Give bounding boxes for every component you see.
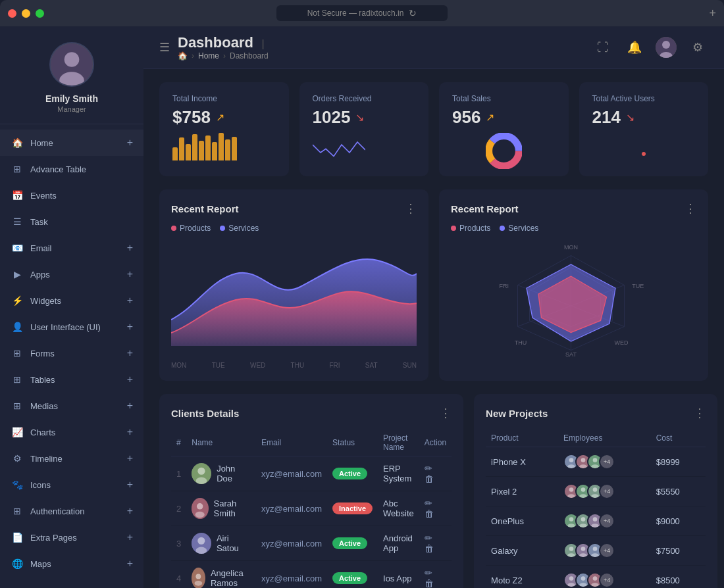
svg-point-79 — [579, 583, 587, 587]
nav-plus-user-interface[interactable]: + — [127, 321, 133, 333]
edit-icon[interactable]: ✏ — [425, 533, 432, 543]
hamburger-icon[interactable]: ☰ — [159, 40, 170, 55]
report-menu-2[interactable]: ⋮ — [685, 201, 696, 216]
sidebar-item-timeline[interactable]: ⚙ Timeline + — [0, 445, 143, 472]
nav-plus-maps[interactable]: + — [127, 558, 133, 570]
sidebar-item-user-interface[interactable]: 👤 User Interface (UI) + — [0, 314, 143, 340]
sidebar-item-tables[interactable]: ⊞ Tables + — [0, 366, 143, 393]
client-name: Sarah Smith — [214, 499, 251, 518]
stat-income-value: $758 — [172, 107, 211, 128]
refresh-icon[interactable]: ↻ — [409, 8, 417, 18]
col-name: Name — [186, 429, 256, 456]
delete-icon[interactable]: 🗑 — [425, 508, 434, 519]
svg-point-75 — [569, 576, 574, 581]
svg-text:FRI: FRI — [499, 283, 509, 289]
sidebar-profile: Emily Smith Manager — [0, 26, 143, 124]
edit-icon[interactable]: ✏ — [425, 498, 432, 508]
header-avatar[interactable] — [656, 37, 677, 58]
nav-plus-forms[interactable]: + — [127, 347, 133, 359]
settings-icon[interactable]: ⚙ — [687, 37, 708, 58]
np-col-employees: Employees — [558, 429, 651, 447]
svg-point-45 — [593, 458, 598, 462]
sidebar-item-task[interactable]: ☰ Task — [0, 208, 143, 235]
svg-point-54 — [593, 487, 598, 492]
nav-plus-medias[interactable]: + — [127, 400, 133, 412]
col-email: Email — [256, 429, 327, 456]
delete-icon[interactable]: 🗑 — [425, 543, 434, 554]
sidebar-item-medias[interactable]: ⊞ Medias + — [0, 393, 143, 419]
np-col-product: Product — [486, 429, 558, 447]
maximize-button[interactable] — [36, 9, 44, 18]
nav-plus-home[interactable]: + — [127, 137, 133, 149]
col-hash: # — [171, 429, 186, 456]
new-projects-menu[interactable]: ⋮ — [694, 406, 706, 420]
client-project: Abc Website — [378, 491, 419, 526]
x-label-thu: THU — [291, 362, 305, 369]
delete-icon[interactable]: 🗑 — [425, 474, 434, 484]
header-title-group: Dashboard | 🏠 › Home › Dashboard — [178, 34, 270, 61]
delete-icon[interactable]: 🗑 — [425, 578, 434, 588]
report-menu-1[interactable]: ⋮ — [405, 201, 417, 216]
stat-sales-trend: ↗ — [486, 111, 494, 124]
minimize-button[interactable] — [22, 9, 30, 18]
svg-point-63 — [593, 517, 598, 522]
close-button[interactable] — [8, 9, 16, 18]
new-tab-button[interactable]: + — [709, 7, 716, 20]
sidebar-item-icons[interactable]: 🐾 Icons + — [0, 472, 143, 498]
col-status: Status — [327, 429, 378, 456]
nav-label-icons: Icons — [30, 480, 127, 490]
sidebar-item-extra-pages[interactable]: 📄 Extra Pages + — [0, 524, 143, 551]
nav-plus-authentication[interactable]: + — [127, 505, 133, 517]
breadcrumb: 🏠 › Home › Dashboard — [178, 51, 270, 61]
stat-sales-value-row: 956 ↗ — [452, 107, 556, 128]
nav-plus-widgets[interactable]: + — [127, 295, 133, 306]
sidebar-item-widgets[interactable]: ⚡ Widgets + — [0, 287, 143, 314]
sidebar-nav: 🏠 Home + ⊞ Advance Table 📅 Events ☰ Task… — [0, 124, 143, 582]
stat-card-orders: Orders Received 1025 ↘ — [299, 82, 429, 176]
fullscreen-icon[interactable]: ⛶ — [592, 37, 613, 58]
nav-plus-extra-pages[interactable]: + — [127, 531, 133, 543]
sidebar-item-advance-table[interactable]: ⊞ Advance Table — [0, 156, 143, 182]
sidebar-item-forms[interactable]: ⊞ Forms + — [0, 340, 143, 366]
sidebar-item-charts[interactable]: 📈 Charts + — [0, 419, 143, 445]
av-count: +4 — [599, 572, 615, 588]
svg-point-49 — [567, 494, 575, 499]
svg-point-40 — [567, 464, 575, 469]
sidebar-item-email[interactable]: 📧 Email + — [0, 235, 143, 261]
nav-plus-timeline[interactable]: + — [127, 453, 133, 464]
sidebar-item-home[interactable]: 🏠 Home + — [0, 130, 143, 156]
stat-card-users: Total Active Users 214 ↘ — [579, 82, 709, 176]
url-text: Not Secure — radixtouch.in — [307, 9, 404, 18]
nav-label-tables: Tables — [30, 375, 127, 385]
stat-users-trend: ↘ — [626, 111, 634, 124]
nav-plus-email[interactable]: + — [127, 242, 133, 254]
nav-plus-tables[interactable]: + — [127, 374, 133, 385]
clients-card: Clients Details ⋮ # Name Email Status Pr… — [159, 394, 463, 588]
sidebar-item-authentication[interactable]: ⊞ Authentication + — [0, 498, 143, 524]
x-label-tue: TUE — [212, 362, 225, 369]
stat-sales-title: Total Sales — [452, 94, 556, 103]
np-cost: $5550 — [651, 477, 706, 506]
client-avatar — [192, 533, 211, 554]
bar — [199, 141, 204, 160]
notification-icon[interactable]: 🔔 — [624, 37, 645, 58]
client-name: John Doe — [217, 464, 251, 483]
nav-plus-apps[interactable]: + — [127, 268, 133, 280]
nav-label-extra-pages: Extra Pages — [30, 533, 127, 543]
sidebar-item-maps[interactable]: 🌐 Maps + — [0, 551, 143, 577]
edit-icon[interactable]: ✏ — [425, 568, 432, 578]
nav-label-authentication: Authentication — [30, 506, 127, 516]
edit-icon[interactable]: ✏ — [425, 463, 432, 474]
sidebar-item-events[interactable]: 📅 Events — [0, 182, 143, 208]
nav-plus-icons[interactable]: + — [127, 479, 133, 491]
stat-card-income: Total Income $758 ↗ — [159, 82, 289, 176]
stat-orders-trend: ↘ — [355, 111, 364, 124]
nav-label-email: Email — [30, 243, 127, 253]
stat-users-value-row: 214 ↘ — [592, 107, 696, 128]
breadcrumb-home-label[interactable]: Home — [198, 51, 219, 61]
clients-menu[interactable]: ⋮ — [440, 406, 452, 420]
url-bar[interactable]: Not Secure — radixtouch.in ↻ — [276, 5, 448, 21]
nav-plus-charts[interactable]: + — [127, 426, 133, 438]
sidebar-item-apps[interactable]: ▶ Apps + — [0, 261, 143, 287]
np-product: iPhone X — [486, 447, 558, 477]
